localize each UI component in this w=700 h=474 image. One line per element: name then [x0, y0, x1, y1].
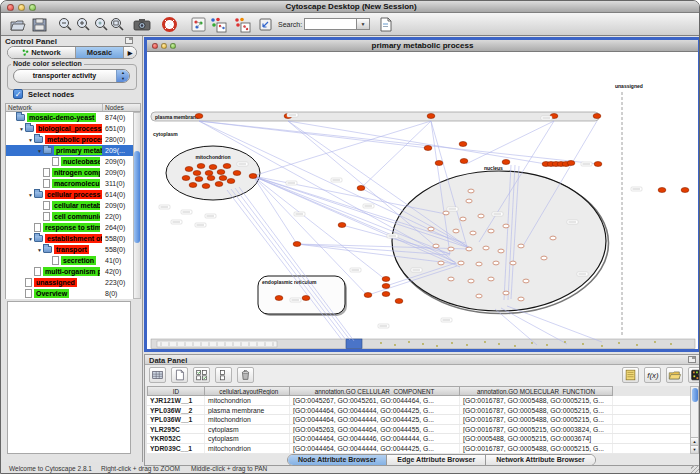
node[interactable]: [488, 277, 494, 281]
tree-row-label[interactable]: establishment of lo: [45, 234, 102, 243]
node[interactable]: [357, 186, 365, 191]
node[interactable]: [658, 188, 666, 193]
node[interactable]: [460, 159, 468, 164]
node[interactable]: [466, 247, 472, 251]
node[interactable]: [453, 229, 459, 233]
table-row[interactable]: YPL036W__2plasma membrane[GO:0044464, GO…: [147, 406, 690, 416]
tree-row-label[interactable]: transport: [54, 245, 89, 254]
tree-row-label[interactable]: cellular metabo: [52, 201, 100, 210]
tree-row-label[interactable]: secretion: [61, 256, 96, 265]
table-cell[interactable]: [GO:0016787, GO:0005488, GO:0005215, G..…: [460, 444, 613, 453]
table-cell[interactable]: YPL036W__1: [147, 415, 205, 424]
node[interactable]: [503, 291, 509, 295]
node[interactable]: [435, 161, 443, 166]
plugin-manager-icon[interactable]: [257, 16, 274, 33]
table-cell[interactable]: [GO:0044464, GO:0044444, GO:0044425, G..…: [290, 415, 460, 424]
column-header-id[interactable]: ID: [147, 386, 205, 396]
node[interactable]: [681, 188, 689, 193]
node[interactable]: [541, 256, 547, 260]
node[interactable]: [567, 161, 575, 166]
node[interactable]: [458, 261, 464, 265]
tree-row[interactable]: ▼metabolic process280(0): [6, 134, 133, 145]
tree-row[interactable]: multi-organism pro42(0): [6, 266, 133, 277]
delete-attribute-icon[interactable]: [237, 367, 254, 383]
table-cell[interactable]: cytoplasm: [205, 425, 290, 434]
table-scrollbar-thumb[interactable]: [692, 388, 698, 402]
tab-scroll-right-icon[interactable]: ▶: [124, 47, 136, 58]
node[interactable]: [510, 261, 516, 265]
node[interactable]: [293, 242, 301, 247]
table-cell[interactable]: mitochondrion: [205, 444, 290, 453]
tree-scrollbar-thumb[interactable]: [134, 151, 140, 243]
tree-row[interactable]: ▼transport558(0): [6, 244, 133, 255]
resize-grip[interactable]: [691, 465, 700, 474]
tree-row[interactable]: unassigned223(0): [6, 277, 133, 288]
node[interactable]: [468, 279, 474, 283]
tree-row-label[interactable]: nitrogen compo: [52, 168, 100, 177]
table-cell[interactable]: YPL036W__2: [147, 406, 205, 415]
network-overview-icon[interactable]: [190, 16, 207, 33]
node[interactable]: [202, 184, 210, 189]
column-header-cellular-component[interactable]: annotation.GO CELLULAR_COMPONENT: [290, 386, 460, 396]
node[interactable]: [460, 217, 466, 221]
node[interactable]: [395, 299, 403, 304]
node[interactable]: [427, 114, 435, 119]
tree-row-label[interactable]: multi-organism pro: [43, 267, 100, 276]
tree-row[interactable]: ▼cellular process614(0): [6, 189, 133, 200]
birdseye-view[interactable]: [7, 301, 131, 454]
data-panel-header[interactable]: Data Panel: [145, 355, 700, 365]
node[interactable]: [205, 171, 213, 176]
table-cell[interactable]: [GO:0045267, GO:0045261, GO:0044464, G..…: [290, 396, 460, 405]
tree-expander-icon[interactable]: ▼: [27, 236, 34, 242]
node[interactable]: [448, 247, 454, 251]
tree-row[interactable]: ▼primary metabo209(...: [6, 145, 133, 156]
tree-row-label[interactable]: unassigned: [34, 278, 77, 287]
node[interactable]: [227, 179, 235, 184]
tree-row[interactable]: cell communicat22(0): [6, 211, 133, 222]
tree-row-label[interactable]: biological_process: [36, 124, 102, 133]
table-cell[interactable]: [GO:0016787, GO:0005488, GO:0005215, G..…: [460, 415, 613, 424]
tree-row[interactable]: macromolecule311(0): [6, 178, 133, 189]
node[interactable]: [523, 279, 529, 283]
node[interactable]: [364, 293, 372, 298]
node[interactable]: [207, 176, 215, 181]
node[interactable]: [185, 167, 193, 172]
search-options-icon[interactable]: [377, 16, 394, 33]
open-session-icon[interactable]: [9, 16, 26, 33]
node[interactable]: [468, 189, 474, 193]
tree-expander-icon[interactable]: ▼: [27, 137, 34, 143]
scroll-up-icon[interactable]: ▲: [691, 437, 698, 445]
tree-row-label[interactable]: metabolic process: [45, 135, 102, 144]
tree-row-label[interactable]: macromolecule: [52, 179, 100, 188]
node[interactable]: [493, 261, 499, 265]
node[interactable]: [470, 231, 476, 235]
zoom-in-icon[interactable]: [75, 16, 92, 33]
node[interactable]: [594, 162, 602, 167]
node[interactable]: [195, 177, 203, 182]
table-cell[interactable]: mitochondrion: [205, 415, 290, 424]
node[interactable]: [182, 176, 190, 181]
unselect-all-attributes-icon[interactable]: [215, 367, 232, 383]
node[interactable]: [249, 174, 257, 179]
table-row[interactable]: YKR052Ccytoplasm[GO:0044464, GO:0044446,…: [147, 434, 690, 444]
node[interactable]: [428, 227, 434, 231]
tree-row[interactable]: nitrogen compo209(0): [6, 167, 133, 178]
float-panel-icon[interactable]: [125, 37, 133, 44]
node[interactable]: [476, 294, 482, 298]
zoom-selected-region-icon[interactable]: [93, 16, 110, 33]
window-titlebar[interactable]: Cytoscape Desktop (New Session): [1, 1, 700, 13]
table-row[interactable]: YPL036W__1mitochondrion[GO:0044464, GO:0…: [147, 415, 690, 425]
search-dropdown-icon[interactable]: ▼: [357, 18, 370, 30]
table-scrollbar[interactable]: ▲ ▼: [690, 386, 699, 454]
node[interactable]: [189, 183, 197, 188]
node[interactable]: [498, 249, 504, 253]
tree-scrollbar[interactable]: [133, 112, 141, 299]
node[interactable]: [502, 160, 510, 165]
node[interactable]: [233, 171, 241, 176]
table-cell[interactable]: [GO:0016787, GO:0005488, GO:0005215, G..…: [460, 396, 613, 405]
column-header-region[interactable]: _cellularLayoutRegion: [205, 386, 290, 396]
table-cell[interactable]: YLR295C: [147, 425, 205, 434]
float-data-panel-icon[interactable]: [688, 356, 696, 363]
table-cell[interactable]: [GO:0005488, GO:0005215, GO:0003674]: [460, 434, 613, 443]
select-nodes-checkbox[interactable]: ✓: [13, 89, 23, 99]
